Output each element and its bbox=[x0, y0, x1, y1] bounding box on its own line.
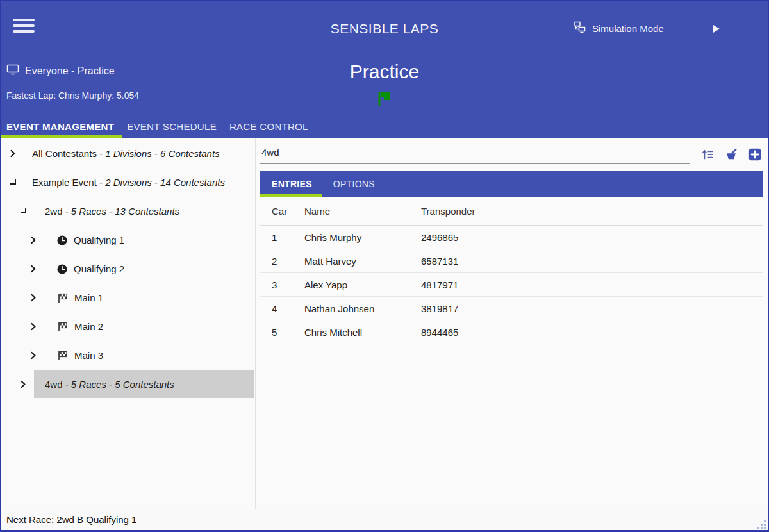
entry-car: 2 bbox=[272, 256, 304, 267]
bucket-icon[interactable] bbox=[724, 147, 739, 162]
tree-toggle[interactable] bbox=[28, 312, 38, 341]
chevron-right-icon bbox=[29, 351, 37, 360]
simulation-mode-menu[interactable]: Simulation Mode bbox=[574, 21, 664, 35]
entry-row[interactable]: 3 Alex Yapp 4817971 bbox=[260, 273, 763, 297]
tree-label: Qualifying 1 bbox=[74, 235, 124, 245]
entry-transponder: 6587131 bbox=[421, 256, 763, 267]
entry-row[interactable]: 2 Matt Harvey 6587131 bbox=[260, 249, 763, 273]
tree-label: 2wd bbox=[45, 206, 63, 217]
entry-name: Chris Mitchell bbox=[304, 327, 421, 338]
tree-detail: - 5 Races - 13 Contestants bbox=[63, 206, 180, 217]
tree-row[interactable]: Main 1 bbox=[1, 283, 255, 312]
entry-name: Matt Harvey bbox=[304, 256, 421, 267]
play-icon[interactable] bbox=[711, 24, 722, 34]
app-header: SENSIBLE LAPS Simulation Mode bbox=[1, 1, 768, 138]
tree-label: Main 2 bbox=[74, 321, 103, 332]
tree-label: Qualifying 2 bbox=[74, 263, 124, 274]
tree-row[interactable]: Main 2 bbox=[1, 312, 255, 341]
tree-detail: - 5 Races - 5 Contestants bbox=[63, 379, 174, 390]
tree-label: Main 3 bbox=[74, 350, 103, 361]
tree-toggle[interactable] bbox=[18, 370, 28, 399]
chevron-right-icon bbox=[19, 380, 27, 388]
col-transponder: Transponder bbox=[421, 206, 763, 217]
entry-transponder: 4817971 bbox=[421, 279, 763, 290]
resize-grip[interactable] bbox=[757, 520, 766, 529]
main-tab-strip: EVENT MANAGEMENT EVENT SCHEDULE RACE CON… bbox=[1, 115, 768, 138]
session-title: Practice bbox=[1, 61, 768, 83]
search-input[interactable] bbox=[260, 145, 690, 164]
tree-label: 4wd bbox=[45, 379, 63, 390]
tree-detail: - 1 Divisions - 6 Contestants bbox=[97, 148, 220, 159]
checkered-flag-icon bbox=[56, 349, 69, 362]
entry-car: 5 bbox=[272, 327, 304, 338]
simulation-mode-label: Simulation Mode bbox=[592, 23, 664, 34]
fastest-lap-text: Fastest Lap: Chris Murphy: 5.054 bbox=[6, 90, 139, 101]
entry-row[interactable]: 5 Chris Mitchell 8944465 bbox=[260, 320, 763, 344]
main-content: All Contestants - 1 Divisions - 6 Contes… bbox=[1, 138, 768, 509]
sort-icon[interactable] bbox=[700, 147, 715, 162]
entry-car: 4 bbox=[272, 303, 304, 314]
expanded-corner-icon bbox=[21, 208, 26, 213]
tree-row[interactable]: All Contestants - 1 Divisions - 6 Contes… bbox=[1, 139, 255, 168]
tree-toggle[interactable] bbox=[28, 283, 38, 312]
chevron-right-icon bbox=[9, 149, 17, 158]
tree-row[interactable]: 2wd - 5 Races - 13 Contestants bbox=[1, 197, 255, 226]
entry-transponder: 8944465 bbox=[421, 327, 763, 338]
tree-toggle[interactable] bbox=[8, 139, 18, 168]
tree-toggle[interactable] bbox=[28, 254, 38, 283]
division-detail-panel: ENTRIES OPTIONS Car Name Transponder 1 C… bbox=[256, 138, 768, 509]
tree-toggle[interactable] bbox=[28, 226, 38, 254]
app-window: SENSIBLE LAPS Simulation Mode bbox=[0, 0, 769, 532]
tree-toggle[interactable] bbox=[8, 168, 18, 197]
tree-row[interactable]: Qualifying 2 bbox=[1, 254, 255, 283]
add-icon[interactable] bbox=[747, 147, 763, 162]
tree-row[interactable]: Example Event - 2 Divisions - 14 Contest… bbox=[1, 168, 255, 197]
entry-car: 1 bbox=[272, 232, 304, 243]
tree-toggle[interactable] bbox=[28, 341, 38, 370]
checkered-flag-icon bbox=[56, 320, 69, 333]
entries-table-body: 1 Chris Murphy 2496865 2 Matt Harvey 658… bbox=[260, 226, 763, 344]
entry-row[interactable]: 1 Chris Murphy 2496865 bbox=[260, 226, 763, 249]
tree-label: Example Event bbox=[32, 177, 97, 188]
contestant-tree: All Contestants - 1 Divisions - 6 Contes… bbox=[1, 138, 256, 509]
tree-detail: - 2 Divisions - 14 Contestants bbox=[97, 177, 225, 188]
expanded-corner-icon bbox=[10, 179, 16, 185]
clock-icon bbox=[56, 235, 68, 246]
entries-table-header: Car Name Transponder bbox=[260, 197, 763, 226]
entry-name: Chris Murphy bbox=[304, 232, 421, 243]
simulation-devices-icon bbox=[574, 21, 586, 35]
entries-table: Car Name Transponder 1 Chris Murphy 2496… bbox=[260, 197, 763, 509]
tab-options[interactable]: OPTIONS bbox=[322, 171, 384, 197]
tab-entries[interactable]: ENTRIES bbox=[260, 171, 322, 197]
next-race-text: Next Race: 2wd B Qualifying 1 bbox=[6, 514, 136, 525]
entry-name: Nathan Johnsen bbox=[304, 303, 421, 314]
tab-event-schedule[interactable]: EVENT SCHEDULE bbox=[120, 115, 223, 138]
tree-label: All Contestants bbox=[32, 148, 97, 159]
chevron-right-icon bbox=[29, 236, 37, 244]
status-bar: Next Race: 2wd B Qualifying 1 bbox=[1, 509, 768, 530]
entry-transponder: 2496865 bbox=[421, 232, 763, 243]
entry-actions bbox=[700, 147, 763, 162]
col-name: Name bbox=[304, 206, 421, 217]
tree-label: Main 1 bbox=[74, 292, 103, 303]
clock-icon bbox=[56, 263, 68, 275]
entry-car: 3 bbox=[272, 279, 304, 290]
entries-tab-strip: ENTRIES OPTIONS bbox=[260, 171, 763, 197]
checkered-flag-icon bbox=[56, 292, 69, 304]
chevron-right-icon bbox=[29, 322, 37, 331]
tree-row[interactable]: Main 3 bbox=[1, 341, 255, 370]
chevron-right-icon bbox=[29, 294, 37, 302]
entry-name: Alex Yapp bbox=[304, 279, 421, 290]
chevron-right-icon bbox=[29, 265, 37, 273]
tab-event-management[interactable]: EVENT MANAGEMENT bbox=[1, 115, 120, 138]
tree-row[interactable]: 4wd - 5 Races - 5 Contestants bbox=[1, 370, 255, 399]
tab-race-control[interactable]: RACE CONTROL bbox=[223, 115, 315, 138]
tree-row[interactable]: Qualifying 1 bbox=[1, 226, 255, 254]
green-flag-icon bbox=[377, 90, 392, 110]
entry-transponder: 3819817 bbox=[421, 303, 763, 314]
col-car: Car bbox=[272, 206, 304, 217]
search-row bbox=[260, 143, 763, 166]
entry-row[interactable]: 4 Nathan Johnsen 3819817 bbox=[260, 297, 763, 320]
tree-toggle[interactable] bbox=[18, 197, 28, 226]
